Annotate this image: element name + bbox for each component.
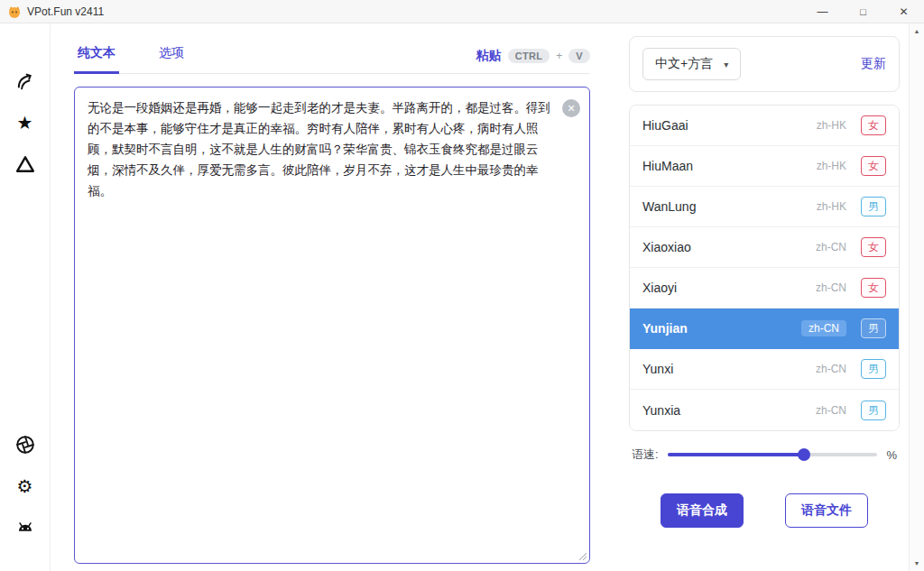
voice-locale: zh-HK: [817, 119, 846, 132]
voice-row[interactable]: Xiaoyi zh-CN女: [630, 268, 899, 309]
close-button[interactable]: ✕: [883, 0, 924, 23]
action-buttons: 语音合成 语音文件: [629, 493, 900, 528]
chevron-down-icon: ▾: [724, 60, 728, 69]
voice-name: Yunjian: [642, 321, 688, 336]
speed-row: 语速: %: [629, 447, 900, 463]
plus-sign: +: [556, 50, 562, 62]
editor-panel: 纯文本 选项 粘贴 CTRL + V 无论是一段婚姻还是再婚，能够一起走到老的才…: [51, 23, 617, 571]
app-icon: [7, 5, 22, 19]
gender-badge: 男: [861, 401, 886, 420]
window-scrollbar[interactable]: ▲ ▼: [909, 23, 924, 571]
window-controls: — □ ✕: [802, 0, 924, 23]
voice-name: Yunxi: [642, 362, 673, 376]
voice-row[interactable]: HiuMaan zh-HK女: [630, 146, 899, 187]
gender-badge: 女: [861, 278, 886, 298]
voice-row-selected[interactable]: Yunjian zh-CN男: [630, 309, 899, 349]
ctrl-key-badge: CTRL: [508, 49, 550, 63]
voice-name: HiuMaan: [642, 159, 693, 173]
speed-slider[interactable]: [668, 448, 878, 461]
voice-panel: 中文+方言 ▾ 更新 HiuGaai zh-HK女 HiuMaan zh-HK女…: [617, 23, 909, 571]
voice-locale: zh-CN: [816, 363, 846, 375]
voice-row[interactable]: Xiaoxiao zh-CN女: [630, 227, 899, 268]
window-title: VPot.Fun v2411: [27, 5, 104, 18]
gender-badge: 女: [861, 115, 886, 135]
gender-badge: 男: [861, 359, 886, 379]
voice-row[interactable]: Yunxia zh-CN男: [630, 390, 899, 430]
paste-hint: 粘贴 CTRL + V: [476, 48, 590, 73]
scroll-up-icon[interactable]: ▲: [914, 28, 920, 34]
text-input[interactable]: 无论是一段婚姻还是再婚，能够一起走到老的才是夫妻。半路离开的，都是过客。得到的不…: [74, 87, 590, 564]
voice-locale: zh-CN: [801, 320, 846, 336]
paste-button[interactable]: 粘贴: [476, 48, 502, 64]
star-icon[interactable]: ★: [14, 112, 36, 134]
app-window: VPot.Fun v2411 — □ ✕ ★: [0, 0, 924, 571]
voice-locale: zh-CN: [816, 404, 846, 417]
clear-text-icon[interactable]: ✕: [562, 99, 580, 117]
voice-list: HiuGaai zh-HK女 HiuMaan zh-HK女 WanLung zh…: [629, 105, 900, 431]
titlebar: VPot.Fun v2411 — □ ✕: [0, 0, 924, 23]
speed-unit: %: [886, 448, 897, 462]
text-input-wrap: 无论是一段婚姻还是再婚，能够一起走到老的才是夫妻。半路离开的，都是过客。得到的不…: [74, 87, 590, 564]
tab-options[interactable]: 选项: [155, 38, 188, 73]
synthesize-button[interactable]: 语音合成: [661, 493, 744, 528]
voice-file-button[interactable]: 语音文件: [785, 493, 868, 528]
voice-name: WanLung: [642, 199, 696, 214]
android-icon[interactable]: [14, 517, 36, 539]
voice-locale: zh-CN: [816, 281, 846, 294]
content-area: ★ ⚙: [0, 23, 924, 571]
speed-label: 语速:: [632, 447, 659, 463]
aperture-icon[interactable]: [14, 434, 36, 456]
language-dropdown[interactable]: 中文+方言 ▾: [642, 48, 741, 80]
settings-gear-icon[interactable]: ⚙: [14, 475, 36, 497]
voice-row[interactable]: Yunxi zh-CN男: [630, 349, 899, 390]
gesture-icon[interactable]: [14, 70, 36, 92]
voice-locale: zh-CN: [816, 241, 846, 253]
voice-row[interactable]: WanLung zh-HK男: [630, 187, 899, 227]
gender-badge: 女: [861, 156, 886, 176]
scroll-down-icon[interactable]: ▼: [914, 560, 920, 566]
v-key-badge: V: [568, 49, 590, 63]
update-link[interactable]: 更新: [861, 56, 886, 72]
tabs-row: 纯文本 选项 粘贴 CTRL + V: [74, 38, 590, 74]
voice-name: Xiaoxiao: [642, 240, 691, 254]
left-toolbar: ★ ⚙: [0, 23, 51, 571]
minimize-button[interactable]: —: [802, 0, 843, 23]
language-dropdown-value: 中文+方言: [655, 56, 713, 72]
voice-locale: zh-HK: [817, 160, 846, 172]
voice-name: HiuGaai: [642, 118, 688, 133]
maximize-button[interactable]: □: [843, 0, 883, 23]
slider-thumb[interactable]: [798, 448, 810, 461]
triangle-icon[interactable]: [14, 153, 36, 175]
gender-badge: 男: [861, 318, 886, 338]
tab-plain-text[interactable]: 纯文本: [74, 38, 119, 74]
tabs: 纯文本 选项: [74, 38, 224, 73]
gender-badge: 男: [861, 197, 886, 216]
voice-category-card: 中文+方言 ▾ 更新: [629, 36, 900, 92]
voice-row[interactable]: HiuGaai zh-HK女: [630, 106, 899, 146]
voice-name: Xiaoyi: [642, 281, 677, 295]
voice-name: Yunxia: [642, 403, 680, 418]
gender-badge: 女: [861, 237, 886, 257]
voice-locale: zh-HK: [817, 200, 846, 213]
